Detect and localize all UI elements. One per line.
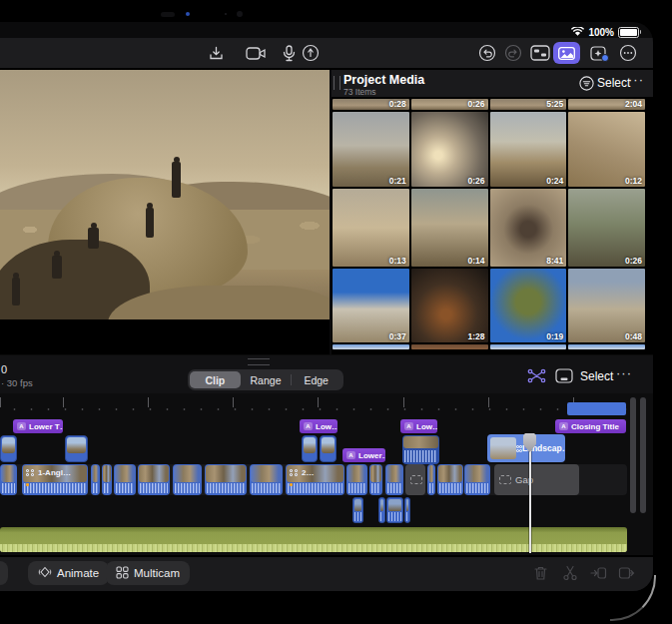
media-browser-icon[interactable] xyxy=(553,42,580,64)
storyline-clip[interactable] xyxy=(369,464,382,495)
title-clip-label: Closing Title xyxy=(571,422,619,431)
viewer[interactable]: 00:00:37:14 41% ··· xyxy=(0,70,330,354)
storyline-clip[interactable] xyxy=(437,464,463,495)
filter-icon[interactable] xyxy=(579,76,594,95)
storyline-clip[interactable]: 1-Angl… xyxy=(22,464,88,495)
media-thumbnail[interactable]: 1:28 xyxy=(411,269,488,342)
battery-icon xyxy=(618,27,639,38)
media-thumbnail[interactable]: 0:13 xyxy=(333,189,409,267)
media-thumbnail[interactable]: 0:28 xyxy=(333,99,409,110)
insert-icon[interactable] xyxy=(589,564,607,582)
audio-clip-lane[interactable] xyxy=(0,527,627,552)
undo-icon[interactable] xyxy=(476,42,498,64)
mic-icon[interactable] xyxy=(278,42,300,64)
import-icon[interactable] xyxy=(205,42,227,64)
storyline-clip[interactable]: 2… xyxy=(286,464,344,495)
connected-below-clip[interactable] xyxy=(386,497,403,523)
media-thumbnail[interactable] xyxy=(411,344,488,349)
storyline-clip[interactable]: G xyxy=(405,464,425,495)
person-sitting xyxy=(88,228,99,249)
battery-percent: 100% xyxy=(588,27,614,38)
title-clip[interactable]: A Lower T… xyxy=(13,419,63,433)
blade-icon[interactable] xyxy=(561,564,579,582)
media-thumbnail[interactable]: 0:24 xyxy=(490,112,567,187)
title-clip[interactable]: A Closing Title xyxy=(555,419,626,433)
media-thumbnail[interactable]: 0:37 xyxy=(333,269,409,342)
connected-below-clip[interactable] xyxy=(352,497,363,523)
media-thumbnail[interactable] xyxy=(333,344,409,349)
storyline-clip[interactable] xyxy=(102,464,112,495)
storyline-clip[interactable] xyxy=(464,464,490,495)
edit-mode-segment[interactable]: Clip xyxy=(190,371,241,388)
storyline-clip[interactable]: Gap xyxy=(494,464,579,495)
edit-mode-segmented-control: Clip Range Edge xyxy=(188,369,343,390)
edit-mode-label: Range xyxy=(251,374,282,386)
title-clip[interactable]: A Low… xyxy=(400,419,437,433)
animate-button[interactable]: Animate xyxy=(28,561,109,585)
timeline-more-button[interactable]: ··· xyxy=(616,365,632,380)
media-thumbnail[interactable]: 0:21 xyxy=(333,112,409,187)
media-thumbnail[interactable] xyxy=(490,344,567,349)
overview-icon[interactable] xyxy=(555,368,573,387)
media-more-button[interactable]: ··· xyxy=(628,72,644,87)
media-thumbnail[interactable]: 0:19 xyxy=(490,269,567,342)
connected-video-audio-clip[interactable] xyxy=(402,435,439,464)
storyline-clip[interactable] xyxy=(427,464,435,495)
redo-icon[interactable] xyxy=(502,42,524,64)
connected-video-clip[interactable] xyxy=(320,435,336,462)
media-panel-title: Project Media xyxy=(343,73,424,87)
inspector-icon[interactable] xyxy=(529,42,551,64)
camera-icon[interactable] xyxy=(245,42,267,64)
connected-clip-bar[interactable] xyxy=(567,402,626,415)
storyline-clip[interactable] xyxy=(205,464,247,495)
media-thumbnail[interactable]: 5:25 xyxy=(490,99,567,110)
edit-mode-segment[interactable]: Edge xyxy=(291,371,341,388)
overwrite-icon[interactable] xyxy=(617,564,635,582)
media-select-button[interactable]: Select xyxy=(597,76,630,90)
storyline-clip[interactable] xyxy=(250,464,283,495)
timeline-select-button[interactable]: Select xyxy=(580,369,613,383)
clip-duration: 0:26 xyxy=(467,176,484,186)
storyline-clip[interactable] xyxy=(173,464,202,495)
storyline-clip[interactable] xyxy=(0,464,17,495)
storyline-clip[interactable] xyxy=(114,464,136,495)
connected-below-clip[interactable] xyxy=(378,497,385,523)
storyline-clip[interactable] xyxy=(346,464,367,495)
media-thumbnail[interactable]: 0:12 xyxy=(568,112,645,187)
media-thumbnail[interactable] xyxy=(568,344,645,349)
panel-resize-handle-icon[interactable] xyxy=(334,76,340,90)
storyline-clip[interactable] xyxy=(385,464,403,495)
project-fps: · 30 fps xyxy=(1,377,33,388)
media-thumbnail[interactable]: 0:14 xyxy=(411,189,488,267)
media-thumbnail[interactable]: 0:48 xyxy=(568,269,645,342)
title-clip[interactable]: A Lower… xyxy=(342,448,385,462)
media-panel-header: Project Media 73 Items Select ··· xyxy=(332,70,653,97)
more-icon[interactable] xyxy=(617,42,639,64)
storyline-clip[interactable] xyxy=(91,464,100,495)
skim-icon[interactable] xyxy=(527,368,546,387)
pencil-circle-icon[interactable] xyxy=(300,42,322,64)
connected-video-clip[interactable] xyxy=(302,435,318,462)
wifi-icon xyxy=(571,27,584,37)
timeline-scrollbar[interactable] xyxy=(628,397,653,513)
media-thumbnail[interactable]: 0:26 xyxy=(568,189,645,267)
title-clip[interactable]: A Low… xyxy=(300,419,337,433)
timeline-resize-handle-icon[interactable] xyxy=(248,358,270,365)
media-thumbnail[interactable]: 0:26 xyxy=(411,112,488,187)
media-thumbnail[interactable]: 2:04 xyxy=(568,99,645,110)
title-badge-icon: A xyxy=(559,422,568,430)
clip-duration: 0:26 xyxy=(625,256,642,266)
media-thumbnail[interactable]: 0:26 xyxy=(411,99,488,110)
connected-below-clip[interactable] xyxy=(404,497,410,523)
multicam-button[interactable]: Multicam xyxy=(106,561,190,585)
media-thumbnail[interactable]: 8:41 xyxy=(490,189,567,267)
effects-icon[interactable] xyxy=(588,42,610,64)
connected-video-clip[interactable] xyxy=(0,435,17,462)
connected-video-clip[interactable] xyxy=(65,435,88,462)
partial-button[interactable] xyxy=(0,561,8,585)
trash-icon[interactable] xyxy=(531,564,549,582)
timeline-lanes: A Lower T… A Low… A Low… A Closing Title… xyxy=(0,395,629,553)
edit-mode-segment[interactable]: Range xyxy=(241,371,292,388)
title-badge-icon: A xyxy=(346,451,355,459)
storyline-clip[interactable] xyxy=(138,464,170,495)
